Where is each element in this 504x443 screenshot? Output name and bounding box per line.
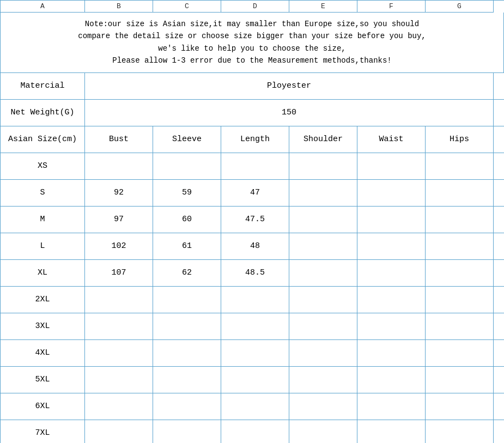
weight-row: Net Weight(G) 150 xyxy=(1,100,504,126)
size-header-row: Asian Size(cm) Bust Sleeve Length Should… xyxy=(1,126,504,153)
material-label: Matercial xyxy=(1,73,85,99)
shoulder-2xl xyxy=(289,287,357,313)
bust-m: 97 xyxy=(85,207,153,233)
shoulder-m xyxy=(289,207,357,233)
col-header-e: E xyxy=(289,1,357,13)
hips-6xl xyxy=(426,393,494,420)
length-xs xyxy=(221,153,289,179)
bust-2xl xyxy=(85,287,153,313)
table-row-s: S 92 59 47 xyxy=(1,180,504,207)
length-5xl xyxy=(221,367,289,393)
header-asian-size: Asian Size(cm) xyxy=(1,126,85,153)
table-row-m: M 97 60 47.5 xyxy=(1,207,504,233)
length-m: 47.5 xyxy=(221,207,289,233)
waist-l xyxy=(357,233,426,259)
shoulder-l xyxy=(289,233,357,259)
size-4xl: 4XL xyxy=(1,340,85,366)
col-header-a: A xyxy=(1,1,85,13)
bust-l: 102 xyxy=(85,233,153,259)
hips-s xyxy=(426,180,494,206)
shoulder-xs xyxy=(289,153,357,179)
hips-2xl xyxy=(426,287,494,313)
material-row: Matercial Ployester xyxy=(1,73,504,100)
bust-s: 92 xyxy=(85,180,153,206)
size-xs: XS xyxy=(1,153,85,179)
col-header-d: D xyxy=(221,1,289,13)
shoulder-4xl xyxy=(289,340,357,366)
sleeve-2xl xyxy=(153,287,221,313)
sleeve-xs xyxy=(153,153,221,179)
hips-4xl xyxy=(426,340,494,366)
length-xl: 48.5 xyxy=(221,260,289,286)
sleeve-5xl xyxy=(153,367,221,393)
col-header-g: G xyxy=(426,1,494,13)
col-header-c: C xyxy=(153,1,221,13)
header-shoulder: Shoulder xyxy=(289,126,357,153)
waist-4xl xyxy=(357,340,426,366)
hips-3xl xyxy=(426,313,494,339)
hips-5xl xyxy=(426,367,494,393)
hips-l xyxy=(426,233,494,259)
note-row: Note:our size is Asian size,it may small… xyxy=(0,13,504,73)
sleeve-m: 60 xyxy=(153,207,221,233)
size-7xl: 7XL xyxy=(1,420,85,443)
size-l: L xyxy=(1,233,85,259)
bust-6xl xyxy=(85,393,153,420)
sleeve-4xl xyxy=(153,340,221,366)
table-row-l: L 102 61 48 xyxy=(1,233,504,260)
header-bust: Bust xyxy=(85,126,153,153)
spreadsheet: A B C D E F G Note:our size is Asian siz… xyxy=(0,0,504,443)
table-row-3xl: 3XL xyxy=(1,313,504,340)
column-headers: A B C D E F G xyxy=(0,0,504,13)
size-3xl: 3XL xyxy=(1,313,85,339)
length-4xl xyxy=(221,340,289,366)
size-xl: XL xyxy=(1,260,85,286)
table-row-6xl: 6XL xyxy=(1,393,504,420)
shoulder-5xl xyxy=(289,367,357,393)
size-6xl: 6XL xyxy=(1,393,85,420)
bust-xs xyxy=(85,153,153,179)
col-header-f: F xyxy=(357,1,426,13)
size-5xl: 5XL xyxy=(1,367,85,393)
shoulder-xl xyxy=(289,260,357,286)
table-row-4xl: 4XL xyxy=(1,340,504,367)
header-hips: Hips xyxy=(426,126,494,153)
table-row-7xl: 7XL xyxy=(1,420,504,443)
bust-xl: 107 xyxy=(85,260,153,286)
col-header-b: B xyxy=(85,1,153,13)
length-l: 48 xyxy=(221,233,289,259)
hips-m xyxy=(426,207,494,233)
size-2xl: 2XL xyxy=(1,287,85,313)
waist-3xl xyxy=(357,313,426,339)
length-3xl xyxy=(221,313,289,339)
waist-7xl xyxy=(357,420,426,443)
shoulder-s xyxy=(289,180,357,206)
hips-xl xyxy=(426,260,494,286)
table-row-xs: XS xyxy=(1,153,504,180)
table-body: Matercial Ployester Net Weight(G) 150 As… xyxy=(0,73,504,443)
bust-5xl xyxy=(85,367,153,393)
size-m: M xyxy=(1,207,85,233)
table-row-5xl: 5XL xyxy=(1,367,504,393)
table-row-xl: XL 107 62 48.5 xyxy=(1,260,504,287)
sleeve-l: 61 xyxy=(153,233,221,259)
waist-xl xyxy=(357,260,426,286)
bust-7xl xyxy=(85,420,153,443)
length-2xl xyxy=(221,287,289,313)
bust-3xl xyxy=(85,313,153,339)
header-waist: Waist xyxy=(357,126,426,153)
length-6xl xyxy=(221,393,289,420)
sleeve-7xl xyxy=(153,420,221,443)
waist-5xl xyxy=(357,367,426,393)
waist-6xl xyxy=(357,393,426,420)
hips-7xl xyxy=(426,420,494,443)
length-s: 47 xyxy=(221,180,289,206)
material-value: Ployester xyxy=(85,73,494,99)
note-text: Note:our size is Asian size,it may small… xyxy=(78,20,426,65)
length-7xl xyxy=(221,420,289,443)
shoulder-6xl xyxy=(289,393,357,420)
sleeve-s: 59 xyxy=(153,180,221,206)
table-row-2xl: 2XL xyxy=(1,287,504,313)
weight-label: Net Weight(G) xyxy=(1,100,85,126)
shoulder-7xl xyxy=(289,420,357,443)
